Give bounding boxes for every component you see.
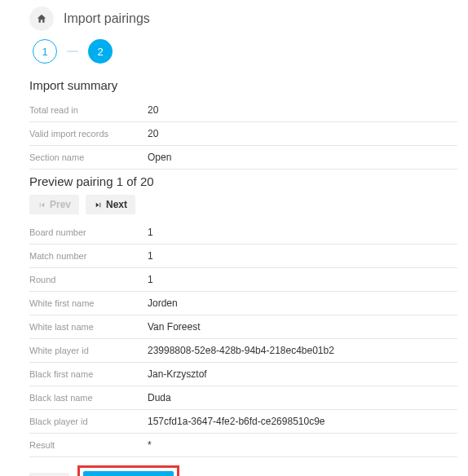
detail-row: Round 1 [29,268,457,292]
detail-value: 1 [148,245,457,268]
detail-row: White last name Van Foreest [29,315,457,339]
detail-value: Jan-Krzysztof [148,363,457,386]
detail-row: Black player id 157cfd1a-3647-4fe2-b6fd-… [29,410,457,434]
detail-value: 1 [148,221,457,245]
detail-row: Result * [29,434,457,457]
title-row: Import pairings [29,7,457,31]
details-table: Board number 1 Match number 1 Round 1 Wh… [29,221,457,457]
summary-row: Total read in 20 [29,99,457,122]
home-icon [36,13,47,24]
page-title: Import pairings [64,11,150,26]
detail-row: Black first name Jan-Krzysztof [29,363,457,386]
step-2[interactable]: 2 [88,39,113,64]
chevron-last-icon [94,201,103,209]
next-button[interactable]: Next [86,195,135,214]
summary-heading: Import summary [29,78,457,92]
home-button[interactable] [29,7,54,31]
action-row: Back Import pairings [29,465,457,476]
detail-row: White first name Jorden [29,292,457,315]
summary-value: Open [148,146,457,170]
detail-value: * [148,434,457,457]
chevron-first-icon [38,201,46,209]
detail-label: Black last name [29,386,148,410]
summary-table: Total read in 20 Valid import records 20… [29,99,457,170]
detail-label: White player id [29,339,148,363]
next-label: Next [106,199,127,210]
summary-value: 20 [148,99,457,122]
import-pairings-page: Import pairings 1 2 Import summary Total… [0,0,457,476]
detail-label: Board number [29,221,148,245]
detail-label: Black player id [29,410,148,434]
back-button[interactable]: Back [29,473,69,476]
detail-value: Jorden [148,292,457,315]
detail-row: Black last name Duda [29,386,457,410]
prev-label: Prev [50,199,71,210]
summary-label: Section name [29,146,148,170]
detail-value: 157cfd1a-3647-4fe2-b6fd-ce2698510c9e [148,410,457,434]
summary-label: Total read in [29,99,148,122]
detail-row: Match number 1 [29,245,457,268]
detail-label: Round [29,268,148,292]
prev-button: Prev [29,195,79,214]
preview-heading: Preview pairing 1 of 20 [29,174,457,188]
summary-label: Valid import records [29,122,148,146]
detail-label: Black first name [29,363,148,386]
detail-value: 1 [148,268,457,292]
detail-label: White first name [29,292,148,315]
detail-label: White last name [29,315,148,339]
summary-row: Section name Open [29,146,457,170]
summary-value: 20 [148,122,457,146]
preview-nav: Prev Next [29,195,457,214]
summary-row: Valid import records 20 [29,122,457,146]
detail-value: Van Foreest [148,315,457,339]
detail-row: White player id 23998808-52e8-428b-94b4-… [29,339,457,363]
detail-value: 23998808-52e8-428b-94b4-218ec4be01b2 [148,339,457,363]
stepper: 1 2 [33,39,457,64]
step-connector [67,51,78,52]
detail-value: Duda [148,386,457,410]
detail-label: Match number [29,245,148,268]
detail-label: Result [29,434,148,457]
highlight-import: Import pairings [77,465,179,476]
step-1[interactable]: 1 [33,39,57,64]
detail-row: Board number 1 [29,221,457,245]
import-pairings-button[interactable]: Import pairings [83,471,174,476]
